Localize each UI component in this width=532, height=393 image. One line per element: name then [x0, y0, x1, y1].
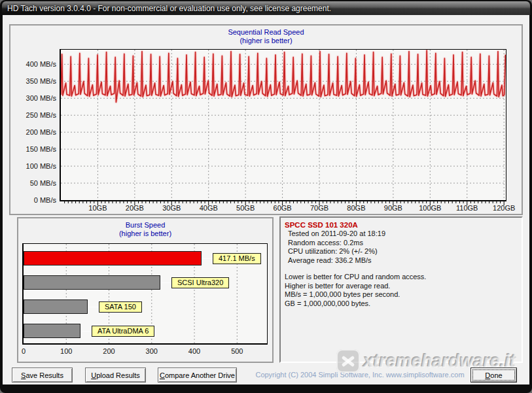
drive-info-line: CPU utilization: 2% (+/- 2%): [285, 247, 519, 256]
drive-info-line: [285, 265, 519, 273]
y-axis-tick-label: 350 MB/s: [26, 77, 56, 85]
burst-chart-subtitle: (higher is better): [18, 230, 272, 237]
burst-axis-tick-label: 200: [103, 347, 115, 355]
upload-mnemonic: U: [91, 371, 96, 379]
bar-label-connector: [88, 307, 99, 307]
sequential-y-axis: 0 MB/s50 MB/s100 MB/s150 MB/s200 MB/s250…: [13, 49, 56, 201]
burst-axis-tick-label: 100: [60, 347, 72, 355]
x-axis-tick-label: 110GB: [456, 204, 478, 212]
burst-bar: [24, 299, 88, 314]
copyright-text: Copyright (C) 2004 Simpli Software, Inc.…: [252, 371, 468, 379]
x-axis-tick-label: 90GB: [384, 204, 402, 212]
burst-axis-tick-label: 0: [22, 347, 26, 355]
x-axis-tick-label: 10GB: [88, 204, 107, 212]
burst-bar-label: 417.1 MB/s: [213, 253, 261, 264]
burst-bar-row: SCSI Ultra320: [24, 275, 267, 290]
drive-info-line: GB = 1,000,000,000 bytes.: [285, 299, 519, 309]
y-axis-tick-label: 200 MB/s: [26, 128, 56, 136]
drive-info-line: Tested on 2011-09-20 at 18:19: [285, 230, 519, 239]
y-axis-tick-label: 300 MB/s: [26, 94, 56, 102]
done-button[interactable]: Done: [470, 367, 517, 383]
compare-another-drive-button[interactable]: Compare Another Drive: [158, 367, 237, 383]
burst-x-axis: 0100200300400500: [24, 347, 267, 356]
save-results-button[interactable]: Save Results: [12, 367, 73, 383]
bar-label-connector: [80, 331, 92, 332]
x-axis-tick-label: 20GB: [126, 204, 144, 212]
sequential-x-axis: 10GB20GB30GB40GB50GB60GB70GB80GB90GB100G…: [61, 204, 506, 213]
sequential-chart-title: Sequential Read Speed: [10, 28, 522, 36]
x-axis-tick-label: 30GB: [162, 204, 181, 212]
compare-label: ompare Another Drive: [165, 371, 235, 379]
burst-bar-row: 417.1 MB/s: [24, 251, 267, 265]
burst-chart-title: Burst Speed: [18, 221, 272, 229]
burst-bar: [24, 324, 80, 338]
upload-results-button[interactable]: Upload Results: [85, 367, 146, 383]
bar-label-connector: [202, 258, 213, 259]
compare-mnemonic: C: [160, 371, 165, 379]
drive-info-line: Random access: 0.2ms: [285, 239, 519, 248]
burst-bar-label: SCSI Ultra320: [171, 277, 229, 288]
x-axis-tick-label: 60GB: [274, 204, 292, 212]
burst-bar: [24, 251, 202, 265]
y-axis-tick-label: 250 MB/s: [26, 111, 56, 119]
burst-axis-tick-label: 400: [188, 347, 200, 355]
burst-bar: [24, 275, 160, 290]
upload-label: pload Results: [96, 371, 140, 379]
save-label: ave Results: [26, 371, 63, 379]
x-axis-tick-label: 70GB: [310, 204, 328, 212]
y-axis-tick-label: 50 MB/s: [30, 179, 56, 187]
bar-label-connector: [160, 282, 171, 283]
burst-bar-row: SATA 150: [24, 299, 267, 314]
x-axis-tick-label: 50GB: [236, 204, 255, 212]
burst-bar-row: ATA UltraDMA 6: [24, 324, 267, 338]
burst-speed-plot: 417.1 MB/sSCSI Ultra320SATA 150ATA Ultra…: [22, 243, 268, 345]
window-title: HD Tach version 3.0.4.0 - For non-commer…: [7, 4, 331, 13]
burst-axis-tick-label: 500: [231, 347, 243, 355]
drive-name: SPCC SSD 101 320A: [285, 220, 519, 230]
y-axis-tick-label: 400 MB/s: [26, 60, 56, 68]
drive-info-panel: SPCC SSD 101 320A Tested on 2011-09-20 a…: [279, 216, 523, 363]
y-axis-tick-label: 150 MB/s: [26, 145, 56, 153]
sequential-read-plot: [60, 49, 506, 201]
x-axis-tick-label: 40GB: [200, 204, 218, 212]
burst-bar-label: ATA UltraDMA 6: [92, 326, 154, 337]
drive-info-lines: Tested on 2011-09-20 at 18:19Random acce…: [285, 230, 519, 308]
hd-tach-window: HD Tach version 3.0.4.0 - For non-commer…: [0, 0, 532, 393]
burst-axis-tick-label: 300: [146, 347, 158, 355]
x-axis-tick-label: 80GB: [347, 204, 365, 212]
drive-info-line: Lower is better for CPU and random acces…: [285, 273, 519, 282]
read-speed-line: [61, 50, 505, 103]
done-label: one: [490, 371, 502, 379]
y-axis-tick-label: 100 MB/s: [26, 162, 56, 170]
sequential-read-chart: [61, 50, 506, 200]
sequential-chart-subtitle: (higher is better): [10, 37, 522, 44]
drive-info-line: MB/s = 1,000,000 bytes per second.: [285, 290, 519, 299]
x-axis-tick-label: 120GB: [493, 204, 515, 212]
drive-info-line: Higher is better for average read.: [285, 282, 519, 291]
drive-info-line: Average read: 336.2 MB/s: [285, 256, 519, 265]
x-axis-tick-label: 100GB: [419, 204, 441, 212]
title-bar[interactable]: HD Tach version 3.0.4.0 - For non-commer…: [2, 1, 530, 15]
burst-bar-label: SATA 150: [99, 301, 142, 313]
y-axis-tick-label: 0 MB/s: [34, 196, 56, 204]
